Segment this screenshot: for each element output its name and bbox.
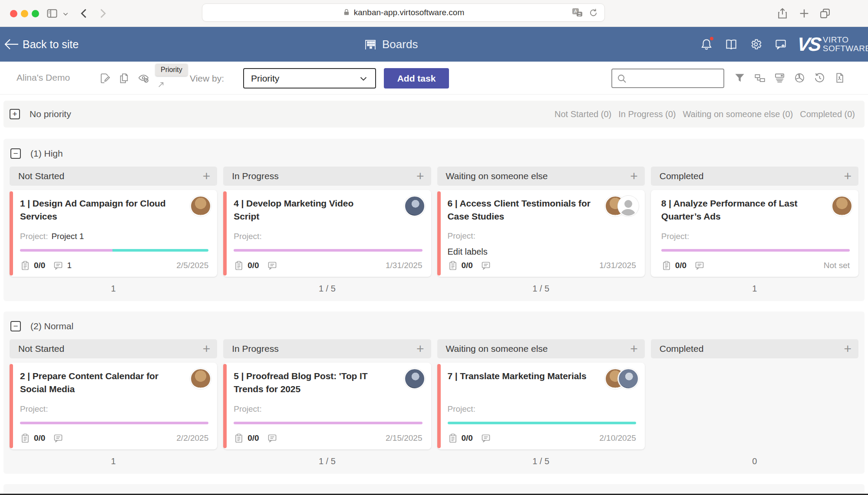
add-card-button[interactable]: +	[203, 342, 211, 355]
avatar	[190, 368, 211, 389]
copy-board-icon[interactable]	[118, 72, 130, 84]
column-title: Completed	[660, 171, 704, 181]
card-footer: 0/01/31/2025	[234, 260, 422, 271]
sidebar-toggle-icon[interactable]	[46, 7, 58, 20]
export-pdf-icon[interactable]	[834, 72, 845, 84]
due-date: 1/31/2025	[386, 261, 422, 270]
feedback-chat-icon[interactable]	[774, 38, 787, 51]
task-card[interactable]: 5 | Proofread Blog Post: 'Top IT Trends …	[223, 363, 431, 449]
progress-segment	[234, 422, 422, 424]
checklist-count: 0/0	[248, 433, 259, 443]
comment-icon[interactable]	[267, 433, 277, 443]
documentation-book-icon[interactable]	[725, 38, 738, 51]
checklist-icon	[234, 260, 244, 271]
comment-icon[interactable]	[481, 260, 491, 271]
app-header: Back to site Boards VS VIRTOSOFT	[0, 27, 868, 62]
status-count: In Progress (0)	[618, 109, 676, 119]
notification-badge	[709, 36, 714, 41]
new-tab-icon[interactable]	[798, 7, 810, 20]
assignee-avatars	[190, 196, 211, 216]
forward-icon[interactable]	[96, 7, 109, 20]
comment-icon[interactable]	[53, 433, 63, 443]
collapse-icon[interactable]: −	[10, 321, 21, 331]
add-card-button[interactable]: +	[630, 342, 638, 355]
charts-icon[interactable]	[794, 72, 805, 84]
settings-gear-icon[interactable]	[749, 38, 762, 51]
checklist-count: 0/0	[34, 261, 45, 270]
status-count: Completed (0)	[800, 109, 855, 119]
add-card-button[interactable]: +	[630, 170, 638, 183]
add-card-button[interactable]: +	[416, 342, 424, 355]
search-input[interactable]	[631, 69, 723, 87]
window-minimize-button[interactable]	[21, 10, 28, 17]
window-zoom-button[interactable]	[32, 10, 39, 17]
board-column: Waiting on someone else+7 | Translate Ma…	[437, 339, 645, 469]
priority-section: −(1) HighNot Started+1 | Design Ad Campa…	[3, 139, 865, 301]
chevron-down-icon[interactable]	[62, 10, 69, 17]
column-count: 0	[651, 453, 858, 469]
swimlane-view-icon[interactable]	[754, 72, 766, 84]
board-toolbar: Alina's Demo Priority View by: Priority …	[0, 62, 868, 95]
labels-link[interactable]: Edit labels	[448, 247, 636, 257]
avatar	[404, 368, 425, 389]
notifications-bell-icon[interactable]	[700, 38, 713, 51]
add-task-button[interactable]: Add task	[384, 68, 449, 89]
assignee-avatars	[404, 368, 425, 389]
comment-icon[interactable]	[267, 260, 277, 271]
filter-icon[interactable]	[734, 72, 746, 84]
cards-list: 7 | Translate Marketing MaterialsProject…	[437, 358, 645, 453]
project-value: Project 1	[51, 232, 84, 241]
card-footer: 0/012/5/2025	[20, 260, 208, 271]
translate-icon[interactable]: A	[572, 7, 583, 18]
view-by-value: Priority	[251, 73, 279, 84]
task-card[interactable]: 1 | Design Ad Campaign for Cloud Service…	[10, 190, 217, 277]
task-card[interactable]: 4 | Develop Marketing Video ScriptProjec…	[223, 190, 431, 277]
share-icon[interactable]	[776, 7, 789, 20]
expand-arrow-icon[interactable]	[157, 81, 165, 89]
column-count: 1 / 5	[437, 280, 645, 297]
task-card[interactable]: 8 | Analyze Performance of Last Quarter’…	[651, 190, 858, 277]
collapse-icon[interactable]: −	[10, 148, 21, 159]
column-title: Waiting on someone else	[446, 344, 548, 354]
task-card[interactable]: 6 | Access Client Testimonials for Case …	[437, 190, 645, 277]
add-card-button[interactable]: +	[844, 342, 851, 355]
virto-logo-mark: VS	[796, 35, 821, 54]
cards-list: 1 | Design Ad Campaign for Cloud Service…	[10, 186, 217, 280]
project-row: Project:	[20, 400, 208, 414]
progress-bar	[20, 249, 208, 252]
task-card[interactable]: 7 | Translate Marketing MaterialsProject…	[437, 363, 645, 449]
add-card-button[interactable]: +	[416, 170, 424, 183]
task-title: 8 | Analyze Performance of Last Quarter’…	[661, 197, 850, 223]
status-count: Waiting on someone else (0)	[683, 109, 793, 119]
window-close-button[interactable]	[10, 10, 17, 17]
back-to-site-link[interactable]: Back to site	[4, 27, 79, 62]
address-bar[interactable]: kanban-app.virtosoftware.com A	[202, 3, 605, 22]
boards-icon	[364, 38, 377, 51]
column-count: 1	[10, 453, 217, 469]
back-icon[interactable]	[78, 7, 90, 20]
project-label: Project:	[20, 404, 48, 413]
comment-icon[interactable]	[53, 260, 63, 271]
card-footer: 0/02/2/2025	[20, 433, 208, 443]
reload-icon[interactable]	[588, 8, 598, 18]
board-column: Completed+0	[651, 339, 858, 469]
board-column: Completed+8 | Analyze Performance of Las…	[651, 167, 858, 297]
avatar	[618, 196, 639, 216]
expand-icon[interactable]: +	[10, 109, 20, 119]
task-title: 4 | Develop Marketing Video Script	[234, 197, 422, 223]
hide-board-icon[interactable]	[138, 72, 149, 84]
card-settings-icon[interactable]	[774, 72, 785, 84]
add-card-button[interactable]: +	[203, 170, 211, 183]
history-icon[interactable]	[814, 72, 825, 84]
card-footer: 0/02/15/2025	[234, 433, 422, 443]
virto-software-logo: VS VIRTOSOFTWARE	[797, 27, 868, 62]
view-by-dropdown[interactable]: Priority	[243, 68, 376, 89]
board-column: Waiting on someone else+6 | Access Clien…	[437, 167, 645, 297]
comment-icon[interactable]	[694, 260, 705, 271]
task-card[interactable]: 2 | Prepare Content Calendar for Social …	[10, 363, 217, 449]
add-card-button[interactable]: +	[844, 170, 851, 183]
comment-icon[interactable]	[481, 433, 491, 443]
cards-list: 8 | Analyze Performance of Last Quarter’…	[651, 186, 858, 280]
tab-overview-icon[interactable]	[819, 7, 831, 20]
edit-board-icon[interactable]	[99, 72, 111, 84]
